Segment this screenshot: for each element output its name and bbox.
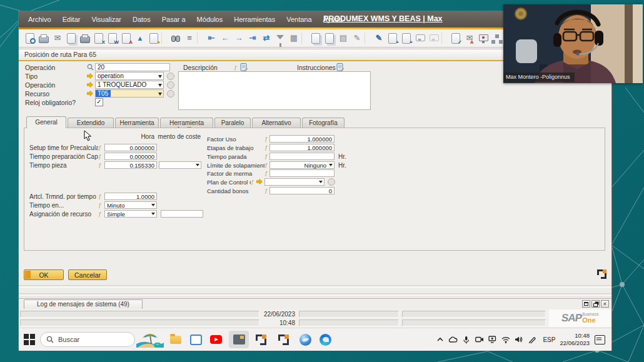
edge-icon[interactable]: [318, 333, 332, 346]
factor-uso-input[interactable]: 1.000000: [269, 135, 335, 143]
menu-ventana[interactable]: Ventana: [281, 16, 317, 23]
ledger-icon[interactable]: ▤: [338, 33, 349, 44]
operacion-num-input[interactable]: 20: [95, 63, 170, 71]
speaker-icon[interactable]: [513, 334, 525, 344]
grid-icon[interactable]: ▦: [288, 33, 299, 44]
add-document-icon[interactable]: [387, 33, 398, 44]
export-pdf-icon[interactable]: [121, 33, 132, 44]
tiempo-parada-input[interactable]: [269, 153, 335, 160]
org-chart-icon[interactable]: [491, 33, 503, 44]
microphone-icon[interactable]: [461, 334, 472, 344]
nav-last-icon[interactable]: ⇥: [247, 33, 258, 44]
tab-general[interactable]: General: [26, 116, 66, 128]
checklist-icon[interactable]: [450, 33, 461, 44]
ok-button[interactable]: OK: [24, 269, 64, 280]
expand-form-icon[interactable]: [597, 269, 606, 279]
find-icon[interactable]: [170, 33, 181, 44]
edit-icon[interactable]: ✎: [373, 33, 385, 44]
operacion-select[interactable]: 1 TROQUELADO: [95, 81, 164, 89]
refresh-icon[interactable]: ⇄: [261, 33, 272, 44]
nav-prev-icon[interactable]: ←: [219, 33, 231, 44]
sap-tile-icon[interactable]: [254, 333, 268, 346]
close-icon[interactable]: ×: [601, 300, 609, 308]
task-view-icon[interactable]: [189, 333, 203, 346]
copy-2-icon[interactable]: [310, 33, 321, 44]
tab-paralelo[interactable]: Paralelo: [214, 118, 251, 128]
browser-app-icon[interactable]: [298, 333, 312, 346]
mail-icon[interactable]: ✉: [52, 33, 63, 44]
menu-modulos[interactable]: Módulos: [191, 16, 229, 23]
limite-solapamiento-select[interactable]: Ninguno: [269, 161, 335, 169]
language-indicator[interactable]: ESP: [543, 336, 555, 343]
pen-icon[interactable]: [526, 334, 538, 344]
menu-visualizar[interactable]: Visualizar: [86, 16, 127, 23]
descripcion-textarea[interactable]: [178, 71, 371, 110]
maximize-icon[interactable]: [582, 300, 590, 308]
preview-icon[interactable]: [24, 33, 36, 44]
menu-pasar-a[interactable]: Pasar a: [156, 16, 191, 23]
link-arrow-icon[interactable]: [256, 178, 264, 186]
tipo-link-indicator-icon[interactable]: [167, 73, 174, 80]
report-icon[interactable]: [478, 33, 489, 44]
export-excel-icon[interactable]: [93, 33, 104, 44]
log-window-tab[interactable]: Log de mensajes de sistema (49): [24, 299, 143, 309]
magnifier-icon[interactable]: [85, 64, 95, 71]
sap-business-one-taskbar-icon[interactable]: [229, 331, 249, 348]
tray-chevron-up-icon[interactable]: [435, 334, 446, 344]
search-input[interactable]: Buscar: [40, 332, 135, 347]
tiempo-en-select[interactable]: Minuto: [104, 201, 157, 209]
camera-icon[interactable]: [474, 334, 485, 344]
nav-first-icon[interactable]: ⇤: [206, 33, 217, 44]
mail-pdf-icon[interactable]: ✉: [464, 33, 475, 44]
reloj-checkbox[interactable]: ✓: [95, 98, 103, 106]
tab-herramienta[interactable]: Herramienta: [115, 118, 159, 128]
tab-herramienta-auxiliar[interactable]: Herramienta Auxiliar: [160, 118, 213, 128]
recurso-link-indicator-icon[interactable]: [167, 90, 174, 98]
cancel-button[interactable]: Cancelar: [68, 269, 107, 280]
taskbar-clock[interactable]: 10:48 22/06/2023: [560, 332, 590, 347]
asignacion-recurso-select[interactable]: Simple: [104, 210, 157, 218]
onedrive-cloud-icon[interactable]: [448, 334, 459, 344]
tab-alternativo[interactable]: Alternativo: [252, 118, 301, 128]
menu-datos[interactable]: Datos: [127, 16, 156, 23]
file-explorer-icon[interactable]: [169, 333, 183, 346]
filter-icon[interactable]: [274, 33, 286, 44]
plan-control-select[interactable]: [264, 178, 325, 186]
sap-tile-2-icon[interactable]: [276, 333, 290, 346]
notification-center-icon[interactable]: [595, 335, 605, 344]
weather-widget-icon[interactable]: [136, 333, 164, 350]
tab-fotografia[interactable]: Fotografía: [302, 118, 345, 128]
fax-icon[interactable]: [79, 33, 91, 44]
start-button[interactable]: [24, 334, 35, 345]
lock-icon[interactable]: [148, 33, 159, 44]
export-word-icon[interactable]: [107, 33, 118, 44]
tiempo-pieza-unit-select[interactable]: [159, 161, 201, 169]
link-arrow-icon[interactable]: [85, 90, 95, 97]
factor-merma-input[interactable]: [269, 169, 335, 177]
list-icon[interactable]: ≡: [184, 33, 195, 44]
print-icon[interactable]: [38, 33, 49, 44]
recurso-select[interactable]: T05: [95, 89, 164, 98]
cantidad-bonos-input[interactable]: 0: [269, 187, 335, 194]
operacion-link-indicator-icon[interactable]: [167, 81, 174, 89]
menu-editar[interactable]: Editar: [57, 16, 86, 23]
tipo-select[interactable]: operation: [95, 72, 164, 80]
setup-time-input[interactable]: 0.000000: [104, 144, 157, 151]
tab-extendido[interactable]: Extendido: [68, 118, 114, 128]
upload-icon[interactable]: ▲: [134, 33, 146, 44]
wifi-icon[interactable]: [500, 334, 511, 344]
comment-icon[interactable]: [415, 33, 426, 44]
asignacion-extra-input[interactable]: [161, 210, 203, 218]
sign-icon[interactable]: ✎: [351, 33, 363, 44]
restore-icon[interactable]: [591, 300, 600, 308]
comment-2-icon[interactable]: [428, 33, 440, 44]
link-arrow-icon[interactable]: [85, 73, 95, 79]
menu-archivo[interactable]: Archivo: [23, 16, 57, 23]
link-arrow-icon[interactable]: [85, 81, 95, 88]
tiempo-preparacion-input[interactable]: 0.000000: [104, 153, 157, 160]
etapas-trabajo-input[interactable]: 1.000000: [269, 144, 335, 151]
plan-control-link-indicator-icon[interactable]: [328, 178, 335, 186]
document-settings-icon[interactable]: [401, 33, 412, 44]
tiempo-pieza-input[interactable]: 0.155330: [104, 161, 157, 169]
paste-icon[interactable]: [324, 33, 335, 44]
